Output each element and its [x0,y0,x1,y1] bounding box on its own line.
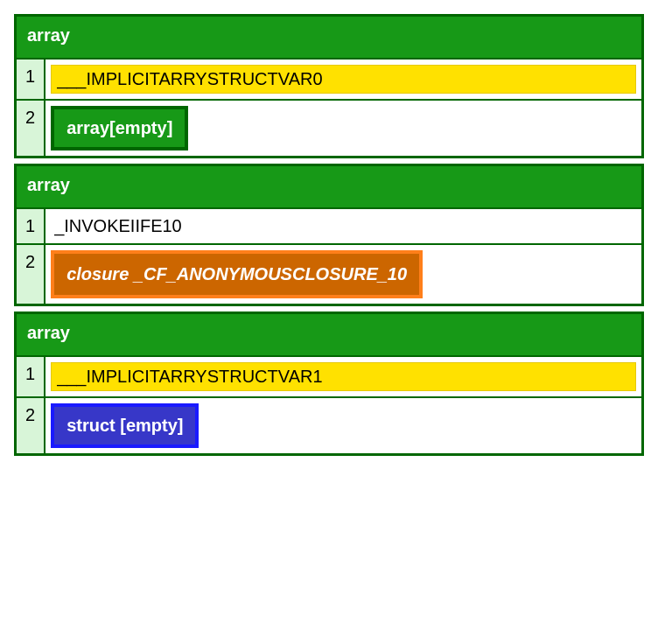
dump-array-3: array 1 ___IMPLICITARRYSTRUCTVAR1 2 stru… [14,312,644,456]
row-index: 1 [16,59,46,100]
row-value-cell: struct [empty] [45,397,642,455]
row-index: 1 [16,356,46,397]
nested-struct-empty: struct [empty] [51,403,199,448]
dump-array-2: array 1 _INVOKEIIFE10 2 closure _CF_ANON… [14,164,644,306]
row-value-cell: ___IMPLICITARRYSTRUCTVAR1 [45,356,642,397]
dump-header: array [16,165,643,209]
row-index: 1 [16,208,46,244]
dump-header: array [16,16,643,60]
row-value-cell: closure _CF_ANONYMOUSCLOSURE_10 [45,244,642,305]
string-value: ___IMPLICITARRYSTRUCTVAR0 [51,65,636,94]
row-index: 2 [16,244,46,305]
string-value: ___IMPLICITARRYSTRUCTVAR1 [51,362,636,391]
string-value: _INVOKEIIFE10 [51,214,636,238]
nested-closure: closure _CF_ANONYMOUSCLOSURE_10 [51,250,423,298]
dump-array-1: array 1 ___IMPLICITARRYSTRUCTVAR0 2 arra… [14,14,644,158]
row-value-cell: ___IMPLICITARRYSTRUCTVAR0 [45,59,642,100]
nested-array-empty: array[empty] [51,106,188,150]
row-index: 2 [16,397,46,455]
row-value-cell: array[empty] [45,100,642,158]
row-index: 2 [16,100,46,158]
dump-header: array [16,313,643,357]
row-value-cell: _INVOKEIIFE10 [45,208,642,244]
